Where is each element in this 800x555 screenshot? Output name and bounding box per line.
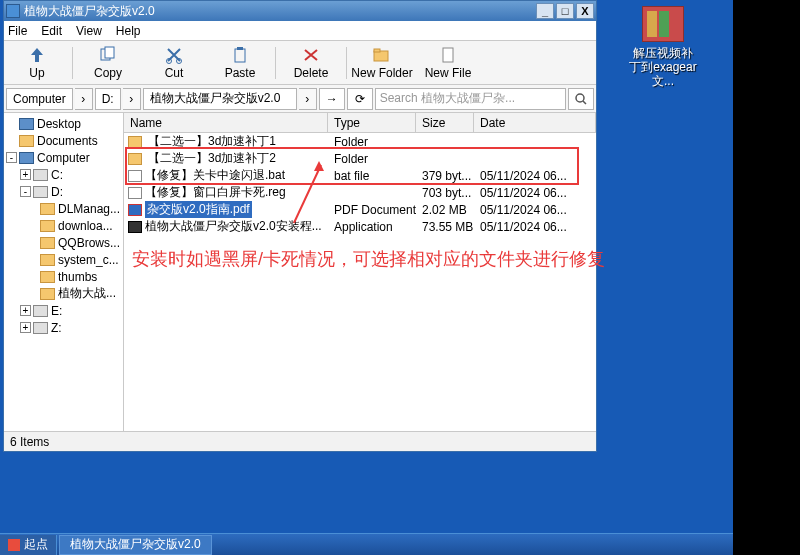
list-item[interactable]: 【二选一】3d加速补丁1Folder (124, 133, 596, 150)
folder-tree[interactable]: Desktop Documents -Computer +C: -D: DLMa… (4, 113, 124, 431)
file-manager-window: 植物大战僵尸杂交版v2.0 _ □ X File Edit View Help … (3, 0, 597, 452)
cut-button[interactable]: Cut (141, 42, 207, 84)
window-title: 植物大战僵尸杂交版v2.0 (24, 3, 534, 20)
desktop: 解压视频补丁到exagear文... 植物大战僵尸杂交版v2.0 _ □ X F… (0, 0, 800, 555)
file-list: Name Type Size Date 【二选一】3d加速补丁1Folder【二… (124, 113, 596, 431)
file-icon (128, 153, 142, 165)
svg-point-9 (576, 94, 584, 102)
tree-c[interactable]: +C: (4, 166, 123, 183)
list-header: Name Type Size Date (124, 113, 596, 133)
file-icon (128, 187, 142, 199)
tree-d-child[interactable]: system_c... (4, 251, 123, 268)
svg-rect-8 (443, 48, 453, 62)
titlebar[interactable]: 植物大战僵尸杂交版v2.0 _ □ X (4, 1, 596, 21)
tree-d-child[interactable]: QQBrows... (4, 234, 123, 251)
tree-documents[interactable]: Documents (4, 132, 123, 149)
paste-button[interactable]: Paste (207, 42, 273, 84)
file-icon (128, 170, 142, 182)
close-button[interactable]: X (576, 3, 594, 19)
path-folder[interactable]: 植物大战僵尸杂交版v2.0 (143, 88, 297, 110)
file-icon (128, 136, 142, 148)
menu-edit[interactable]: Edit (41, 24, 62, 38)
app-icon (6, 4, 20, 18)
tree-computer[interactable]: -Computer (4, 149, 123, 166)
svg-rect-4 (235, 49, 245, 62)
tree-desktop[interactable]: Desktop (4, 115, 123, 132)
list-item[interactable]: 植物大战僵尸杂交版v2.0安装程...Application73.55 MB05… (124, 218, 596, 235)
desktop-shortcut-label: 解压视频补丁到exagear文... (628, 46, 698, 88)
new-folder-button[interactable]: New Folder (349, 42, 415, 84)
minimize-button[interactable]: _ (536, 3, 554, 19)
refresh-button[interactable]: ⟳ (347, 88, 373, 110)
list-item[interactable]: 【修复】关卡中途闪退.batbat file379 byt...05/11/20… (124, 167, 596, 184)
annotation-text: 安装时如遇黑屏/卡死情况，可选择相对应的文件夹进行修复 (132, 247, 605, 271)
taskbar-task[interactable]: 植物大战僵尸杂交版v2.0 (59, 535, 212, 555)
copy-button[interactable]: Copy (75, 42, 141, 84)
menu-file[interactable]: File (8, 24, 27, 38)
menu-help[interactable]: Help (116, 24, 141, 38)
svg-rect-7 (374, 49, 380, 52)
maximize-button[interactable]: □ (556, 3, 574, 19)
taskbar: 起点 植物大战僵尸杂交版v2.0 (0, 533, 733, 555)
list-item[interactable]: 杂交版v2.0指南.pdfPDF Document2.02 MB05/11/20… (124, 201, 596, 218)
col-name[interactable]: Name (124, 113, 328, 132)
svg-rect-5 (237, 47, 243, 50)
file-icon (128, 221, 142, 233)
go-button[interactable]: → (319, 88, 345, 110)
address-bar: Computer› D:› 植物大战僵尸杂交版v2.0› → ⟳ Search … (4, 85, 596, 113)
list-rows: 【二选一】3d加速补丁1Folder【二选一】3d加速补丁2Folder【修复】… (124, 133, 596, 235)
search-input[interactable]: Search 植物大战僵尸杂... (375, 88, 566, 110)
body: Desktop Documents -Computer +C: -D: DLMa… (4, 113, 596, 431)
right-black-bar (733, 0, 800, 555)
list-item[interactable]: 【修复】窗口白屏卡死.reg703 byt...05/11/2024 06... (124, 184, 596, 201)
chevron-right-icon[interactable]: › (123, 88, 141, 110)
path-drive[interactable]: D: (95, 88, 121, 110)
desktop-shortcut[interactable]: 解压视频补丁到exagear文... (628, 6, 698, 88)
up-button[interactable]: Up (4, 42, 70, 84)
search-button[interactable] (568, 88, 594, 110)
path-computer[interactable]: Computer (6, 88, 73, 110)
delete-button[interactable]: Delete (278, 42, 344, 84)
new-file-button[interactable]: New File (415, 42, 481, 84)
chevron-right-icon[interactable]: › (75, 88, 93, 110)
status-bar: 6 Items (4, 431, 596, 451)
tree-z[interactable]: +Z: (4, 319, 123, 336)
tree-d-child[interactable]: thumbs (4, 268, 123, 285)
col-type[interactable]: Type (328, 113, 416, 132)
start-button[interactable]: 起点 (0, 535, 57, 555)
toolbar: Up Copy Cut Paste Delete New Folder New … (4, 41, 596, 85)
file-icon (128, 204, 142, 216)
menubar: File Edit View Help (4, 21, 596, 41)
tree-d-child[interactable]: DLManag... (4, 200, 123, 217)
start-icon (8, 539, 20, 551)
col-date[interactable]: Date (474, 113, 596, 132)
chevron-right-icon[interactable]: › (299, 88, 317, 110)
tree-e[interactable]: +E: (4, 302, 123, 319)
tree-d-child[interactable]: downloa... (4, 217, 123, 234)
col-size[interactable]: Size (416, 113, 474, 132)
menu-view[interactable]: View (76, 24, 102, 38)
archive-icon (642, 6, 684, 42)
tree-d[interactable]: -D: (4, 183, 123, 200)
svg-rect-1 (105, 47, 114, 58)
tree-d-child[interactable]: 植物大战... (4, 285, 123, 302)
list-item[interactable]: 【二选一】3d加速补丁2Folder (124, 150, 596, 167)
